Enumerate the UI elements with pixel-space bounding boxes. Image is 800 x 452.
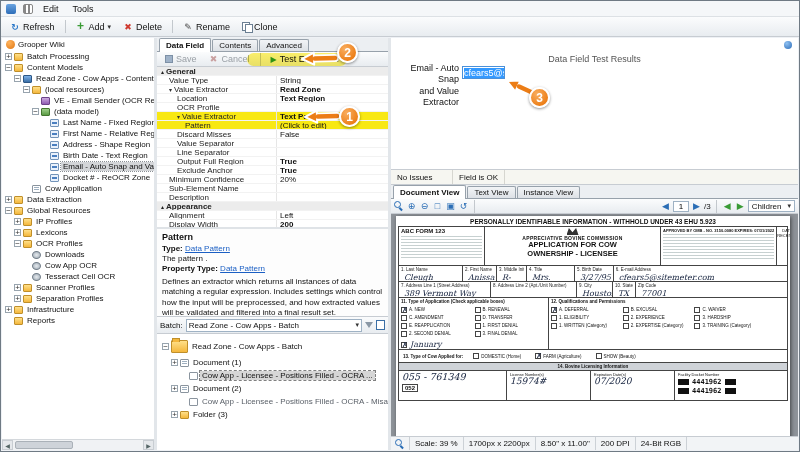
expander-icon[interactable] [171,411,178,418]
tree-node[interactable]: Batch Processing [2,51,154,62]
property-value[interactable]: 20% [277,175,388,184]
clone-button[interactable]: Clone [237,21,283,33]
scroll-left-icon[interactable]: ◀ [2,440,13,450]
expander-icon[interactable] [5,306,12,313]
add-button[interactable]: + Add ▾ [71,21,117,33]
document-viewer[interactable]: PERSONALLY IDENTIFIABLE INFORMATION - WI… [391,214,798,436]
navigate-forward-icon[interactable]: ▶ [735,201,746,212]
rename-button[interactable]: ✎ Rename [178,21,235,33]
previous-page-icon[interactable]: ◀ [660,201,671,212]
property-value[interactable]: True [277,157,388,166]
grooper-wiki-link[interactable]: Grooper Wiki [2,38,154,51]
zoom-in-icon[interactable]: ⊕ [406,201,417,212]
property-value[interactable]: (Click to edit) [277,121,388,130]
scrollbar-thumb[interactable] [15,441,73,449]
navigate-back-icon[interactable]: ◀ [722,201,733,212]
property-value[interactable]: String [277,76,388,85]
scroll-right-icon[interactable]: ▶ [143,440,154,450]
expander-icon[interactable] [5,53,12,60]
expander-icon[interactable] [5,207,12,214]
property-value[interactable]: Left [277,211,388,220]
tree-node[interactable]: Content Models [2,62,154,73]
expander-icon[interactable] [32,108,39,115]
tree-node[interactable]: Global Resources [2,205,154,216]
expander-icon[interactable] [162,343,169,350]
scrollbar-track[interactable] [13,440,143,450]
property-row[interactable]: Discard Misses False [157,130,388,139]
tree-node[interactable]: OCR Profiles [2,238,154,249]
tree-node[interactable]: Cow Application [2,183,154,194]
delete-button[interactable]: ✖ Delete [118,21,167,33]
batch-tree-node[interactable]: Document (2) [159,382,388,395]
expander-icon[interactable] [5,64,12,71]
property-row[interactable]: Line Separator [157,148,388,157]
tree-node[interactable]: Last Name - Fixed Region [2,117,154,128]
email-field-input[interactable]: cfears5@sitemeter.com [462,66,505,79]
app-icon[interactable] [6,4,16,14]
tree-node[interactable]: Data Extraction [2,194,154,205]
next-page-icon[interactable]: ▶ [691,201,702,212]
tree-node[interactable]: Email - Auto Snap and Value Extractor [2,161,154,172]
filter-icon[interactable] [365,322,373,328]
property-value[interactable]: Text Region [277,94,388,103]
menu-item[interactable]: Tools [70,4,97,14]
options-icon[interactable] [784,41,792,49]
expander-icon[interactable] [171,385,178,392]
property-row[interactable]: Value Type String [157,76,388,85]
property-row[interactable]: Sub-Element Name [157,184,388,193]
property-row[interactable]: Display Width 200 [157,220,388,229]
property-row[interactable]: Exclude Anchor True [157,166,388,175]
tree-node[interactable]: Docket # - ReOCR Zone [2,172,154,183]
property-row[interactable]: Appearance [157,202,388,211]
help-type-link[interactable]: Data Pattern [185,244,230,253]
expander-icon[interactable] [171,359,178,366]
tree-node[interactable]: Tesseract Cell OCR [2,271,154,282]
property-value[interactable]: Text Pattern [277,112,388,121]
add-dropdown-icon[interactable]: ▾ [108,23,112,31]
tree-node[interactable]: Reports [2,315,154,326]
property-row[interactable]: Minimum Confidence 20% [157,175,388,184]
tree-node[interactable]: Cow App OCR [2,260,154,271]
zoom-select-icon[interactable] [394,201,404,211]
batch-select[interactable]: Read Zone - Cow Apps - Batch ▾ [186,319,362,332]
editor-tab[interactable]: Data Field [159,38,211,52]
editor-tab[interactable]: Advanced [259,39,309,51]
property-row[interactable]: Description [157,193,388,202]
children-select[interactable]: Children ▾ [748,200,795,212]
fit-page-icon[interactable]: □ [432,201,443,212]
tree-horizontal-scrollbar[interactable]: ◀ ▶ [2,439,154,450]
batch-tree-node[interactable]: Folder (3) [159,408,388,421]
tree-node[interactable]: Address - Shape Region [2,139,154,150]
batch-tree-node[interactable]: Cow App - Licensee - Positions Filled - … [159,395,388,408]
tree-node[interactable]: Infrastructure [2,304,154,315]
property-row[interactable]: Alignment Left [157,211,388,220]
property-row[interactable]: Value Extractor Read Zone [157,85,388,94]
property-row[interactable]: Value Separator [157,139,388,148]
tree-node[interactable]: (data model) [2,106,154,117]
tree-node[interactable]: Lexicons [2,227,154,238]
menu-item[interactable]: Edit [40,4,62,14]
expander-icon[interactable] [14,240,21,247]
expander-icon[interactable] [14,218,21,225]
batch-tree-node[interactable]: Document (1) [159,356,388,369]
tree-node[interactable]: VE - Email Sender (OCR Reader) [2,95,154,106]
fit-width-icon[interactable]: ▣ [445,201,456,212]
viewer-tab[interactable]: Instance View [517,186,581,198]
expander-icon[interactable] [14,295,21,302]
tree-node[interactable]: Birth Date - Text Region [2,150,154,161]
page-number-input[interactable] [673,201,689,212]
save-button[interactable]: Save [160,53,202,65]
expander-icon[interactable] [14,229,21,236]
tree-node[interactable]: IP Profiles [2,216,154,227]
property-value[interactable]: Read Zone [277,85,388,94]
tree-node[interactable]: First Name - Relative Region [2,128,154,139]
expander-icon[interactable] [23,86,30,93]
batch-tree-node[interactable]: Cow App - Licensee - Positions Filled - … [159,369,388,382]
expander-icon[interactable] [5,196,12,203]
property-row[interactable]: Output Full Region True [157,157,388,166]
tree-node[interactable]: Separation Profiles [2,293,154,304]
help-property-type-link[interactable]: Data Pattern [220,264,265,273]
tree-node[interactable]: Scanner Profiles [2,282,154,293]
rotate-icon[interactable]: ↺ [458,201,469,212]
refresh-button[interactable]: ↻ Refresh [5,21,60,33]
